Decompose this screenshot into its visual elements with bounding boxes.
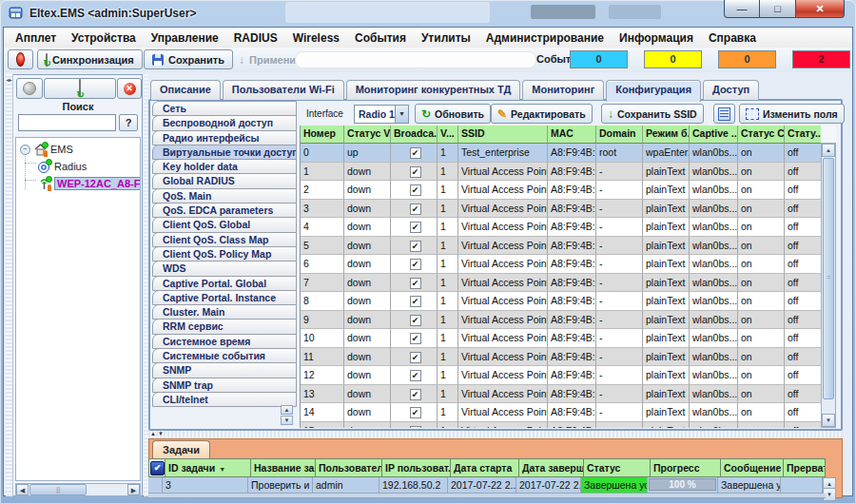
config-section-16[interactable]: Системное время — [152, 334, 297, 349]
task-column-header-2[interactable]: Пользователь — [316, 458, 382, 477]
vap-column-header-1[interactable]: Статус V... — [344, 126, 391, 144]
config-section-17[interactable]: Системные события — [152, 348, 297, 363]
table-row[interactable]: 2down✔1Virtual Access Point...A8:F9:4B:.… — [301, 181, 822, 200]
table-row[interactable]: 7down✔1Virtual Access Point...A8:F9:4B:.… — [301, 274, 822, 293]
task-column-header-8[interactable]: Сообщение — [721, 458, 784, 477]
table-row[interactable]: 5down✔1Virtual Access Point...A8:F9:4B:.… — [301, 237, 822, 256]
menu-item-0[interactable]: Апплет — [8, 29, 64, 47]
task-column-header-7[interactable]: Прогресс — [651, 458, 721, 477]
scrollbar-thumb[interactable]: = — [823, 158, 834, 399]
splitter-handle-icons[interactable]: ▲▼ — [150, 431, 165, 436]
disconnect-button[interactable] — [8, 49, 33, 69]
task-column-header-0[interactable]: ID задачи▼ — [165, 458, 251, 477]
table-row[interactable]: 4down✔1Virtual Access Point...A8:F9:4B:.… — [301, 218, 822, 237]
config-section-14[interactable]: Cluster. Main — [152, 304, 297, 320]
scroll-up-button[interactable]: ▲ — [822, 144, 835, 157]
config-section-13[interactable]: Captive Portal. Instance — [152, 290, 297, 305]
config-scroll-down-button[interactable]: ▼ — [281, 416, 293, 425]
sync-button[interactable]: ↻ Синхронизация — [37, 49, 143, 69]
menu-item-2[interactable]: Управление — [144, 29, 226, 47]
broadcast-checkbox[interactable]: ✔ — [410, 147, 421, 159]
tree-close-button[interactable]: ✕ — [117, 78, 142, 99]
config-section-19[interactable]: SNMP trap — [152, 378, 297, 393]
refresh-button[interactable]: ↻ Обновить — [415, 104, 491, 124]
horizontal-splitter[interactable]: ▲▼ — [148, 431, 843, 438]
config-section-11[interactable]: WDS — [152, 261, 297, 276]
save-ssid-button[interactable]: ↓ Сохранить SSID — [601, 104, 704, 124]
broadcast-checkbox[interactable]: ✔ — [410, 333, 421, 344]
tree-horizontal-scrollbar[interactable]: ◀ || ▶ — [15, 483, 141, 496]
panel-collapse-strip[interactable]: ◂▸ — [6, 74, 13, 496]
broadcast-checkbox[interactable]: ✔ — [410, 389, 421, 400]
task-column-header-5[interactable]: Дата заверш... — [519, 458, 584, 477]
table-row[interactable]: 14down✔1Virtual Access Point...A8:F9:4B:… — [301, 403, 822, 422]
tree-node-access-point[interactable]: WEP-12AC_A8-F9- — [37, 176, 141, 191]
table-row[interactable]: 15down✔1Virtual Access Point...A8:F9:4B:… — [301, 422, 822, 429]
config-section-0[interactable]: Сеть — [152, 101, 297, 116]
edit-fields-button[interactable]: Изменить поля — [739, 104, 845, 124]
config-section-9[interactable]: Client QoS. Class Map — [152, 232, 297, 247]
search-input[interactable] — [18, 114, 116, 131]
table-row[interactable]: 3Проверить и ...admin192.168.50.22017-07… — [148, 477, 823, 494]
vap-vertical-scrollbar[interactable]: ▲ = ▼ — [821, 143, 836, 428]
task-column-header-3[interactable]: IP пользоват... — [382, 458, 451, 477]
tree-sync-button[interactable]: ↻ — [44, 78, 116, 99]
task-column-header-1[interactable]: Название за... — [251, 458, 316, 477]
vap-column-header-4[interactable]: SSID — [458, 126, 548, 144]
tab-0[interactable]: Описание — [150, 80, 221, 100]
close-button[interactable]: ✕ — [795, 0, 845, 18]
edit-button[interactable]: ✎ Редактировать — [491, 104, 593, 124]
broadcast-checkbox[interactable]: ✔ — [410, 315, 421, 326]
menu-item-5[interactable]: События — [347, 29, 414, 47]
broadcast-checkbox[interactable]: ✔ — [410, 278, 421, 289]
task-column-header-4[interactable]: Дата старта — [451, 458, 519, 477]
chevron-down-icon[interactable]: ▼ — [395, 106, 408, 123]
table-row[interactable]: 12down✔1Virtual Access Point...A8:F9:4B:… — [301, 366, 822, 385]
broadcast-checkbox[interactable]: ✔ — [410, 296, 421, 307]
tab-tasks[interactable]: Задачи — [152, 440, 210, 459]
config-section-12[interactable]: Captive Portal. Global — [152, 276, 297, 291]
table-row[interactable]: 9down✔1Virtual Access Point...A8:F9:4B:.… — [301, 311, 822, 330]
config-section-18[interactable]: SNMP — [152, 362, 297, 378]
config-section-4[interactable]: Key holder data — [152, 159, 297, 174]
task-column-header-6[interactable]: Статус — [584, 458, 651, 477]
broadcast-checkbox[interactable]: ✔ — [410, 184, 421, 196]
tree-node-ems[interactable]: − EMS — [20, 142, 73, 157]
vap-column-header-5[interactable]: MAC — [548, 126, 596, 144]
menu-item-1[interactable]: Устройства — [64, 29, 144, 47]
task-column-header-9[interactable]: Прервать — [784, 458, 826, 477]
vap-column-header-10[interactable]: Стату... — [785, 126, 822, 144]
task-select-cell[interactable] — [148, 477, 163, 494]
vap-column-header-3[interactable]: V... — [438, 126, 458, 144]
tree-node-radius[interactable]: Radius — [37, 159, 87, 174]
config-section-3[interactable]: Виртуальные точки доступа — [152, 145, 297, 160]
tree-collapse-handle[interactable]: − — [20, 145, 30, 155]
titlebar[interactable]: Eltex.EMS <admin:SuperUser> — □ ✕ — [0, 0, 856, 27]
config-section-10[interactable]: Client QoS. Policy Map — [152, 246, 297, 262]
event-counter-critical[interactable]: 2 — [792, 50, 850, 68]
minimize-button[interactable]: — — [724, 0, 760, 18]
table-row[interactable]: 6down✔1Virtual Access Point...A8:F9:4B:.… — [301, 255, 822, 274]
table-row[interactable]: 8down✔1Virtual Access Point...A8:F9:4B:.… — [301, 292, 822, 311]
broadcast-checkbox[interactable]: ✔ — [410, 222, 421, 233]
search-help-button[interactable]: ? — [119, 114, 138, 131]
select-all-cell[interactable]: ✔ — [148, 458, 165, 477]
list-view-button[interactable] — [713, 104, 735, 124]
menu-item-9[interactable]: Справка — [701, 29, 764, 47]
menu-item-6[interactable]: Утилиты — [414, 29, 478, 47]
table-row[interactable]: 1down✔1Virtual Access Point...A8:F9:4B:.… — [301, 163, 822, 182]
broadcast-checkbox[interactable]: ✔ — [410, 426, 421, 429]
scroll-down-button[interactable]: ▼ — [822, 414, 835, 427]
tab-5[interactable]: Доступ — [703, 80, 759, 100]
config-section-1[interactable]: Беспроводной доступ — [152, 115, 297, 130]
interface-combo[interactable]: Radio 1 ▼ — [354, 105, 409, 124]
broadcast-checkbox[interactable]: ✔ — [410, 370, 421, 381]
config-section-7[interactable]: QoS. EDCA parameters — [152, 203, 297, 218]
scroll-right-button[interactable]: ▶ — [127, 484, 140, 495]
event-counter-major[interactable]: 0 — [718, 50, 776, 68]
vap-column-header-9[interactable]: Статус C... — [738, 126, 785, 144]
config-section-5[interactable]: Global RADIUS — [152, 173, 297, 188]
scroll-left-button[interactable]: ◀ — [16, 484, 29, 495]
broadcast-checkbox[interactable]: ✔ — [410, 407, 421, 418]
vap-column-header-8[interactable]: Captive ... — [690, 126, 738, 144]
